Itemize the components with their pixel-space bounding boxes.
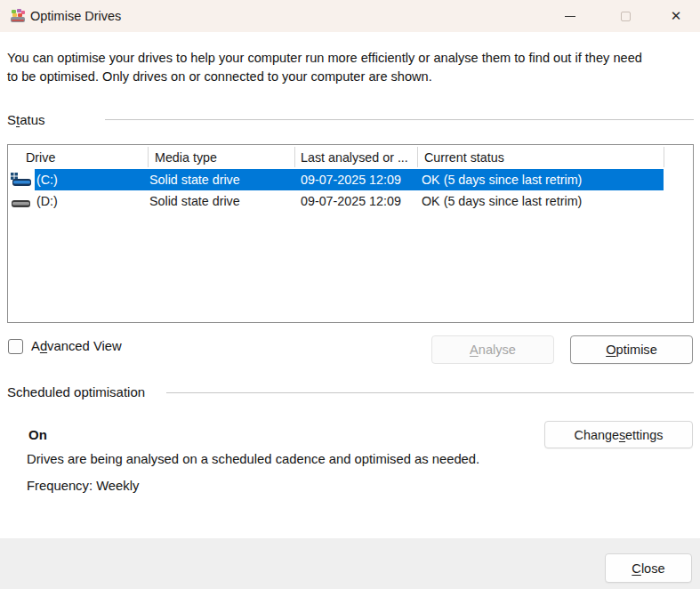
change-settings-button[interactable]: Change settings (544, 421, 693, 448)
defrag-app-icon (10, 8, 26, 24)
drive-list: Drive Media type Last analysed or ... Cu… (7, 144, 694, 323)
optimise-button[interactable]: Optimise (570, 335, 693, 364)
cell-current-status: OK (5 days since last retrim) (422, 190, 582, 212)
close-icon: ✕ (671, 8, 682, 24)
scheduled-section-rule (166, 392, 694, 393)
column-separator (417, 147, 418, 167)
status-section-rule (105, 119, 694, 120)
minimize-button[interactable] (555, 0, 585, 32)
status-section-label: Status (7, 112, 45, 127)
cell-drive-letter: (D:) (36, 190, 58, 212)
column-separator (664, 147, 664, 167)
cell-last-analysed: 09-07-2025 12:09 (301, 169, 401, 190)
analyse-button: Analyse (431, 335, 554, 364)
scheduled-description: Drives are being analysed on a scheduled… (27, 452, 479, 466)
maximize-button (610, 0, 640, 32)
intro-description: You can optimise your drives to help you… (7, 49, 644, 85)
cell-media-type: Solid state drive (149, 169, 240, 190)
column-header-last-analysed[interactable]: Last analysed or ... (301, 145, 413, 169)
minimize-icon (565, 16, 575, 17)
scheduled-section-label: Scheduled optimisation (7, 384, 145, 399)
cell-last-analysed: 09-07-2025 12:09 (301, 190, 401, 212)
window-title: Optimise Drives (30, 0, 121, 32)
column-separator (294, 147, 295, 167)
cell-drive-letter: (C:) (36, 169, 58, 190)
advanced-view-checkbox[interactable] (8, 339, 23, 354)
scheduled-state: On (28, 427, 47, 442)
column-header-drive[interactable]: Drive (26, 145, 141, 169)
column-separator (148, 147, 149, 167)
drive-list-header: Drive Media type Last analysed or ... Cu… (8, 145, 693, 169)
scheduled-frequency: Frequency: Weekly (27, 479, 139, 493)
cell-current-status: OK (5 days since last retrim) (422, 169, 582, 190)
system-drive-icon (11, 173, 32, 187)
table-row-drive-d[interactable]: (D:) Solid state drive 09-07-2025 12:09 … (8, 190, 693, 212)
table-row-drive-c[interactable]: (C:) Solid state drive 09-07-2025 12:09 … (8, 169, 693, 190)
maximize-icon (621, 12, 631, 21)
cell-media-type: Solid state drive (149, 190, 240, 212)
column-header-current-status[interactable]: Current status (424, 145, 659, 169)
titlebar: Optimise Drives ✕ (0, 0, 700, 32)
close-button[interactable]: Close (605, 553, 692, 583)
advanced-view-label[interactable]: Advanced View (31, 339, 122, 353)
drive-icon (11, 194, 32, 208)
column-header-media-type[interactable]: Media type (155, 145, 288, 169)
dialog-footer (0, 538, 700, 589)
close-window-button[interactable]: ✕ (661, 0, 691, 32)
